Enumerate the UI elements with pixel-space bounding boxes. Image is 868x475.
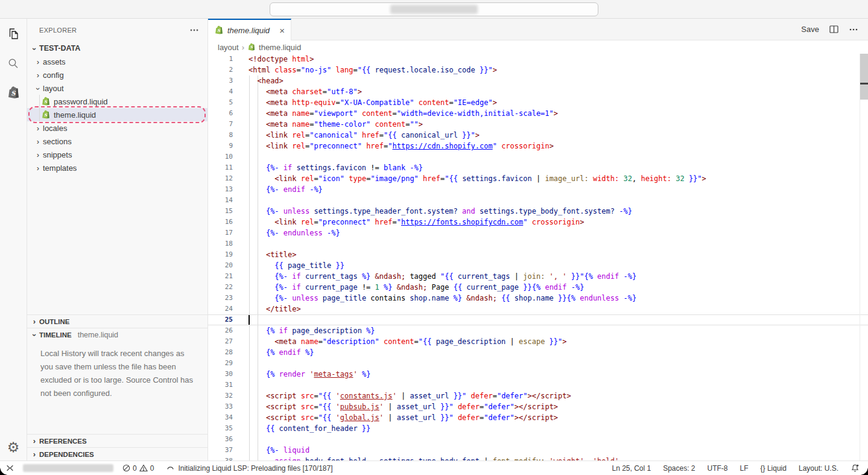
search-icon[interactable] bbox=[6, 56, 21, 86]
line-number: 7 bbox=[208, 119, 233, 130]
breadcrumb-file[interactable]: theme.liquid bbox=[259, 43, 301, 52]
chevron-right-icon: › bbox=[33, 150, 43, 159]
tree-item-templates[interactable]: ›templates bbox=[27, 161, 207, 174]
code-line-19[interactable]: 19 <title> bbox=[208, 249, 868, 260]
editor-scrollbar[interactable] bbox=[860, 54, 868, 461]
code-line-1[interactable]: 1<!doctype html> bbox=[208, 54, 868, 65]
tree-item-label: templates bbox=[43, 164, 77, 173]
code-line-35[interactable]: 35 {{ content_for_header }} bbox=[208, 423, 868, 434]
tree-item-label: layout bbox=[43, 84, 64, 93]
line-content: <script src="{{ 'global.js' | asset_url … bbox=[233, 412, 558, 423]
code-line-10[interactable]: 10 bbox=[208, 151, 868, 162]
tab-theme-liquid[interactable]: S theme.liquid × bbox=[208, 19, 291, 40]
code-line-32[interactable]: 32 <script src="{{ 'constants.js' | asse… bbox=[208, 391, 868, 401]
indentation[interactable]: Spaces: 2 bbox=[663, 464, 695, 473]
tree-item-assets[interactable]: ›assets bbox=[27, 55, 207, 68]
chevron-down-icon: › bbox=[30, 330, 39, 340]
tree-root-test-data[interactable]: › TEST-DATA bbox=[27, 42, 207, 55]
code-line-18[interactable]: 18 bbox=[208, 238, 868, 249]
section-outline[interactable]: › OUTLINE bbox=[27, 314, 207, 328]
code-line-21[interactable]: 21 {%- if current_tags %} &ndash; tagged… bbox=[208, 271, 868, 282]
code-line-2[interactable]: 2<html class="no-js" lang="{{ request.lo… bbox=[208, 65, 868, 75]
code-line-26[interactable]: 26 {% if page_description %} bbox=[208, 325, 868, 336]
section-dependencies[interactable]: › DEPENDENCIES bbox=[27, 447, 207, 461]
tree-item-theme-liquid[interactable]: S theme.liquid bbox=[27, 108, 207, 121]
code-line-16[interactable]: 16 <link rel="preconnect" href="https://… bbox=[208, 217, 868, 228]
tree-item-config[interactable]: ›config bbox=[27, 68, 207, 81]
line-content bbox=[233, 238, 249, 249]
code-line-29[interactable]: 29 bbox=[208, 358, 868, 369]
code-line-13[interactable]: 13 {%- endif -%} bbox=[208, 184, 868, 195]
notifications-bell-icon[interactable] bbox=[851, 464, 860, 473]
code-line-23[interactable]: 23 {%- unless page_title contains shop.n… bbox=[208, 293, 868, 304]
code-line-36[interactable]: 36 bbox=[208, 434, 868, 445]
code-line-34[interactable]: 34 <script src="{{ 'global.js' | asset_u… bbox=[208, 412, 868, 423]
code-line-28[interactable]: 28 {% endif %} bbox=[208, 347, 868, 358]
code-line-37[interactable]: 37 {%- liquid bbox=[208, 445, 868, 456]
tree-item-password-liquid[interactable]: S password.liquid bbox=[27, 95, 207, 108]
line-content bbox=[233, 434, 249, 445]
code-editor[interactable]: 1<!doctype html>2<html class="no-js" lan… bbox=[208, 54, 868, 461]
line-content: <link rel="preconnect" href="https://fon… bbox=[233, 217, 584, 228]
section-references[interactable]: › REFERENCES bbox=[27, 434, 207, 447]
code-line-8[interactable]: 8 <link rel="canonical" href="{{ canonic… bbox=[208, 130, 868, 141]
code-line-4[interactable]: 4 <meta charset="utf-8"> bbox=[208, 86, 868, 97]
code-line-12[interactable]: 12 <link rel="icon" type="image/png" hre… bbox=[208, 173, 868, 184]
line-number: 30 bbox=[208, 369, 233, 380]
code-line-11[interactable]: 11 {%- if settings.favicon != blank -%} bbox=[208, 162, 868, 173]
status-bar: 0 0 Initializing Liquid LSP: Preloading … bbox=[0, 461, 868, 475]
code-line-3[interactable]: 3 <head> bbox=[208, 75, 868, 86]
status-redacted-item bbox=[23, 464, 113, 472]
code-line-17[interactable]: 17 {%- endunless -%} bbox=[208, 228, 868, 238]
tree-item-locales[interactable]: ›locales bbox=[27, 121, 207, 135]
explorer-more-actions-icon[interactable] bbox=[189, 25, 199, 35]
tree-item-snippets[interactable]: ›snippets bbox=[27, 148, 207, 161]
line-content: <!doctype html> bbox=[233, 54, 314, 65]
lsp-status-message[interactable]: Initializing Liquid LSP: Preloading file… bbox=[166, 464, 332, 473]
shopify-extension-icon[interactable]: S bbox=[7, 86, 21, 115]
tree-item-layout[interactable]: ›layout bbox=[27, 81, 207, 95]
eol-sequence[interactable]: LF bbox=[740, 464, 749, 473]
save-button[interactable]: Save bbox=[801, 25, 819, 34]
remote-indicator-icon[interactable] bbox=[6, 464, 14, 472]
breadcrumb-folder[interactable]: layout bbox=[218, 43, 239, 52]
shopify-file-icon: S bbox=[247, 43, 256, 51]
code-line-22[interactable]: 22 {%- if current_page != 1 %} &ndash; P… bbox=[208, 282, 868, 293]
code-line-27[interactable]: 27 <meta name="description" content="{{ … bbox=[208, 336, 868, 347]
line-content: assign body_font_bold = settings.type_bo… bbox=[233, 456, 619, 461]
code-line-15[interactable]: 15 {%- unless settings.type_header_font.… bbox=[208, 206, 868, 217]
code-line-6[interactable]: 6 <meta name="viewport" content="width=d… bbox=[208, 108, 868, 119]
line-content: {% endif %} bbox=[233, 347, 314, 358]
editor-more-actions-icon[interactable] bbox=[849, 25, 858, 34]
tree-item-sections[interactable]: ›sections bbox=[27, 135, 207, 148]
keyboard-layout[interactable]: Layout: U.S. bbox=[799, 464, 838, 473]
code-line-14[interactable]: 14 bbox=[208, 195, 868, 206]
code-line-20[interactable]: 20 {{ page_title }} bbox=[208, 260, 868, 271]
explorer-icon[interactable] bbox=[6, 27, 21, 56]
line-content bbox=[233, 358, 249, 369]
command-center[interactable] bbox=[270, 2, 598, 16]
split-editor-icon[interactable] bbox=[829, 24, 839, 34]
tree-item-label: assets bbox=[43, 57, 66, 66]
problems-indicator[interactable]: 0 0 bbox=[122, 464, 154, 473]
encoding[interactable]: UTF-8 bbox=[708, 464, 728, 473]
code-line-5[interactable]: 5 <meta http-equiv="X-UA-Compatible" con… bbox=[208, 97, 868, 108]
overview-ruler-cursor-marker bbox=[860, 83, 868, 84]
language-mode[interactable]: {} Liquid bbox=[761, 464, 787, 473]
code-line-24[interactable]: 24 </title> bbox=[208, 304, 868, 314]
code-line-38[interactable]: 38 assign body_font_bold = settings.type… bbox=[208, 456, 868, 461]
settings-gear-icon[interactable]: ⚙ bbox=[7, 441, 20, 454]
scrollbar-thumb[interactable] bbox=[860, 54, 868, 100]
code-line-31[interactable]: 31 bbox=[208, 380, 868, 391]
code-line-33[interactable]: 33 <script src="{{ 'pubsub.js' | asset_u… bbox=[208, 401, 868, 412]
code-line-9[interactable]: 9 <link rel="preconnect" href="https://c… bbox=[208, 141, 868, 151]
code-line-30[interactable]: 30 {% render 'meta-tags' %} bbox=[208, 369, 868, 380]
code-line-25[interactable]: 25 bbox=[208, 314, 868, 325]
chevron-down-icon: › bbox=[30, 44, 39, 54]
cursor-position[interactable]: Ln 25, Col 1 bbox=[612, 464, 651, 473]
code-line-7[interactable]: 7 <meta name="theme-color" content=""> bbox=[208, 119, 868, 130]
line-number: 6 bbox=[208, 108, 233, 119]
breadcrumb[interactable]: layout › S theme.liquid bbox=[208, 40, 868, 54]
tab-close-icon[interactable]: × bbox=[278, 25, 286, 36]
section-timeline[interactable]: › TIMELINE theme.liquid bbox=[27, 328, 207, 341]
